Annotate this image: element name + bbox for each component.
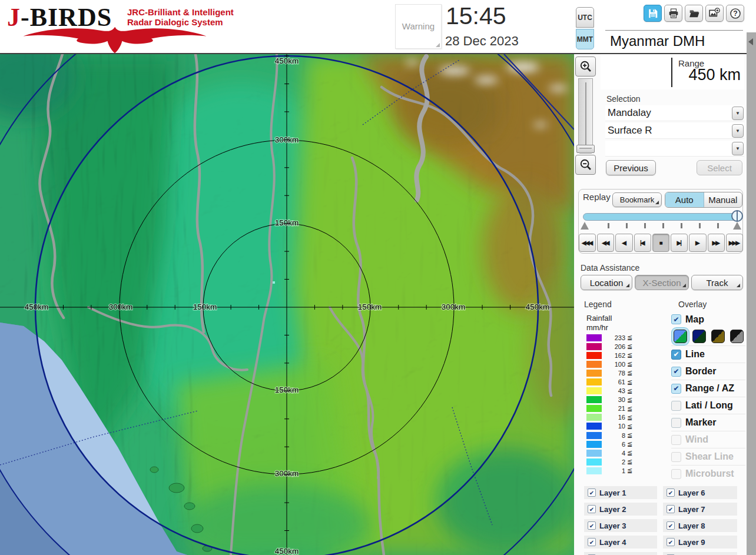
stop-button[interactable]: ■	[652, 234, 669, 252]
map-style-olive[interactable]	[711, 330, 725, 343]
legend-value: 233	[609, 334, 625, 341]
collapse-arrow-icon[interactable]	[748, 38, 753, 45]
play-button[interactable]: ▶	[689, 234, 706, 252]
replay-slider-handle[interactable]	[731, 210, 743, 222]
overlay-item-microburst[interactable]: Microburst	[671, 465, 745, 482]
legend-entry: 206≦	[586, 342, 632, 351]
previous-button[interactable]: Previous	[606, 160, 656, 175]
overlay-item-marker[interactable]: Marker	[671, 414, 745, 431]
bookmark-button[interactable]: Bookmark	[612, 192, 662, 207]
checkbox[interactable]	[671, 418, 681, 428]
checkbox[interactable]: ✔	[667, 488, 675, 497]
layer-row-layer-3[interactable]: ✔Layer 3	[584, 519, 657, 532]
track-button[interactable]: Track	[691, 275, 743, 290]
print-button[interactable]	[664, 5, 682, 22]
map-style-color[interactable]	[674, 330, 687, 343]
fast-forward-button[interactable]: ▶▶	[708, 234, 725, 252]
warning-selector[interactable]: Warning	[395, 4, 442, 49]
chevron-down-icon[interactable]: ▼	[732, 124, 744, 138]
checkbox[interactable]: ✔	[671, 314, 681, 324]
overlay-item-shear-line[interactable]: Shear Line	[671, 448, 745, 465]
checkbox[interactable]: ✔	[667, 505, 675, 513]
layer-row-layer-5[interactable]: ✔Layer 5	[584, 552, 657, 555]
layer-row-layer-4[interactable]: ✔Layer 4	[584, 536, 657, 549]
radar-map[interactable]: 450km300km150km150km300km450km450km300km…	[0, 54, 574, 555]
ring-label: 300km	[275, 469, 299, 478]
legend-swatch	[586, 432, 602, 439]
logo-subtitle-line1: JRC-Brilliant & Intelligent	[127, 7, 234, 17]
checkbox[interactable]	[671, 469, 681, 479]
seek-end-button[interactable]: ▶▶▶	[726, 234, 743, 252]
zoom-in-button[interactable]	[575, 57, 596, 77]
overlay-item-range-az[interactable]: ✔Range / AZ	[671, 380, 745, 397]
overlay-item-border[interactable]: ✔Border	[671, 363, 745, 380]
replay-timeline-slider[interactable]	[583, 213, 742, 221]
panel-scrollbar[interactable]	[747, 32, 756, 555]
checkbox[interactable]: ✔	[588, 538, 596, 546]
checkbox[interactable]: ✔	[671, 350, 681, 360]
radar-echo-dot	[273, 281, 275, 284]
export-image-button[interactable]	[705, 5, 724, 22]
fast-rewind-button[interactable]: ◀◀	[597, 234, 614, 252]
timeline-start-marker[interactable]	[581, 222, 589, 230]
mmt-button[interactable]: MMT	[576, 29, 594, 49]
checkbox[interactable]	[671, 401, 681, 411]
x-section-button[interactable]: X-Section	[635, 275, 689, 290]
map-style-dark-blue[interactable]	[692, 330, 706, 343]
checkbox[interactable]: ✔	[671, 367, 681, 377]
legend-symbol: ≦	[627, 369, 632, 377]
legend-swatch	[586, 378, 602, 385]
utc-button[interactable]: UTC	[576, 7, 594, 28]
layer-row-layer-2[interactable]: ✔Layer 2	[584, 503, 657, 516]
overlay-item-wind[interactable]: Wind	[671, 431, 745, 448]
layer-label: Layer 9	[678, 538, 705, 547]
overlay-item-line[interactable]: ✔Line	[671, 345, 745, 363]
select-button[interactable]: Select	[697, 160, 742, 175]
zoom-out-icon	[579, 158, 592, 171]
checkbox[interactable]: ✔	[588, 521, 596, 530]
checkbox[interactable]: ✔	[588, 488, 596, 497]
checkbox[interactable]: ✔	[588, 505, 596, 513]
chevron-down-icon[interactable]: ▼	[732, 107, 744, 120]
ring-label: 450km	[25, 303, 49, 311]
seek-start-button[interactable]: ◀◀◀	[579, 234, 596, 252]
location-button[interactable]: Location	[581, 275, 632, 290]
help-button[interactable]: ?	[726, 5, 744, 22]
timeline-tick	[699, 223, 701, 228]
site-dropdown[interactable]: Mandalay▼	[605, 105, 744, 121]
map-style-gray[interactable]	[730, 330, 744, 343]
legend-value: 30	[609, 396, 625, 403]
layer-row-layer-7[interactable]: ✔Layer 7	[663, 503, 737, 516]
zoom-slider-handle[interactable]	[576, 145, 595, 153]
legend-value: 16	[609, 414, 625, 421]
step-back-button[interactable]: |◀	[634, 234, 651, 252]
legend-value: 43	[609, 387, 625, 394]
open-button[interactable]	[685, 5, 703, 22]
step-forward-button[interactable]: ▶|	[671, 234, 688, 252]
manual-mode-button[interactable]: Manual	[704, 192, 742, 207]
product-dropdown[interactable]: Surface R▼	[605, 123, 744, 139]
layer-row-layer-9[interactable]: ✔Layer 9	[663, 536, 737, 549]
timeline-end-marker[interactable]	[733, 222, 741, 230]
checkbox[interactable]	[671, 435, 681, 445]
zoom-slider-track[interactable]	[578, 78, 593, 151]
play-reverse-button[interactable]: ◀	[615, 234, 632, 252]
layer-row-layer-1[interactable]: ✔Layer 1	[584, 486, 657, 499]
extra-dropdown[interactable]: ▼	[605, 141, 744, 157]
save-button[interactable]	[644, 5, 662, 22]
checkbox[interactable]: ✔	[667, 538, 675, 546]
chevron-down-icon[interactable]: ▼	[732, 142, 744, 155]
layer-row-layer-8[interactable]: ✔Layer 8	[663, 519, 737, 532]
layer-row-layer-10[interactable]: ✔Layer 10	[663, 552, 737, 555]
ring-label: 150km	[358, 303, 382, 311]
checkbox[interactable]: ✔	[671, 384, 681, 394]
overlay-item-lati-long[interactable]: Lati / Long	[671, 397, 745, 414]
auto-mode-button[interactable]: Auto	[665, 192, 704, 207]
zoom-out-button[interactable]	[575, 155, 596, 175]
layer-row-layer-6[interactable]: ✔Layer 6	[663, 486, 737, 499]
overlay-item-label: Lati / Long	[685, 400, 733, 411]
overlay-item-map[interactable]: ✔Map	[671, 311, 745, 328]
legend-symbol: ≦	[627, 360, 632, 368]
checkbox[interactable]: ✔	[667, 521, 675, 530]
checkbox[interactable]	[671, 452, 681, 462]
